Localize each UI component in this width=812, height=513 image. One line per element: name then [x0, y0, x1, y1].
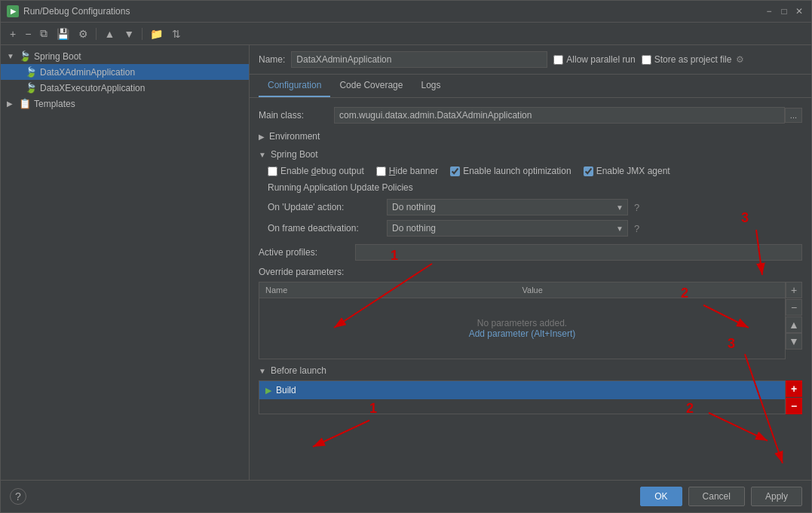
project-file-option: Store as project file ⚙ [642, 54, 745, 65]
enable-launch-option: Enable launch optimization [450, 166, 571, 176]
spring-boot-section-header[interactable]: ▼ Spring Boot [259, 149, 802, 160]
active-profiles-input[interactable] [355, 244, 802, 261]
enable-jmx-label: Enable JMX agent [596, 166, 670, 176]
add-param-button[interactable]: + [786, 282, 802, 298]
params-col-name: Name [265, 286, 522, 295]
params-table-header: Name Value [259, 282, 785, 298]
before-launch-label: Before launch [271, 365, 326, 376]
main-class-input[interactable] [334, 107, 785, 124]
update-policies: Running Application Update Policies On '… [259, 182, 802, 237]
spring-boot-section-arrow: ▼ [259, 151, 266, 159]
project-file-checkbox[interactable] [642, 55, 651, 65]
bottom-actions: OK Cancel Apply [640, 487, 802, 506]
param-down-button[interactable]: ▼ [786, 333, 802, 350]
apply-button[interactable]: Apply [751, 487, 802, 506]
parallel-run-checkbox[interactable] [553, 55, 563, 65]
name-label: Name: [259, 54, 285, 65]
spring-boot-icon: 🍃 [19, 50, 31, 62]
environment-section[interactable]: ▶ Environment [259, 131, 802, 142]
cancel-button[interactable]: Cancel [688, 487, 745, 506]
param-up-button[interactable]: ▲ [786, 316, 802, 333]
add-task-button[interactable]: + [786, 380, 802, 397]
on-frame-label: On frame deactivation: [268, 223, 381, 234]
main-class-browse-button[interactable]: ... [785, 108, 802, 123]
spring-boot-label: Spring Boot [34, 51, 81, 62]
minimize-button[interactable]: − [763, 5, 775, 17]
close-button[interactable]: ✕ [793, 5, 805, 17]
enable-debug-checkbox[interactable] [268, 166, 277, 176]
enable-debug-label: Enable debug output [280, 166, 364, 176]
datax-admin-label: DataXAdminApplication [40, 67, 135, 78]
window-icon: ▶ [7, 5, 19, 17]
on-update-select-wrapper: Do nothing Update classes and resources … [387, 199, 628, 215]
sidebar-item-templates[interactable]: ▶ 📋 Templates [1, 96, 249, 111]
spring-boot-options: Enable debug output Hide banner Enable l… [259, 166, 802, 176]
on-update-label: On 'Update' action: [268, 202, 381, 212]
params-col-value: Value [522, 286, 780, 295]
active-profiles-row: Active profiles: [259, 244, 802, 261]
project-file-settings-icon[interactable]: ⚙ [736, 54, 744, 65]
remove-param-button[interactable]: − [786, 299, 802, 316]
on-update-select[interactable]: Do nothing Update classes and resources … [387, 199, 628, 215]
window-title: Run/Debug Configurations [23, 6, 130, 17]
environment-arrow: ▶ [259, 133, 265, 141]
maximize-button[interactable]: □ [778, 5, 790, 17]
move-up-button[interactable]: ▲ [101, 26, 118, 41]
remove-task-button[interactable]: − [786, 398, 802, 414]
move-down-button[interactable]: ▼ [121, 26, 137, 41]
separator-1 [96, 28, 97, 40]
enable-jmx-checkbox[interactable] [584, 166, 593, 176]
update-policies-title: Running Application Update Policies [268, 182, 802, 193]
build-task-label: Build [276, 385, 296, 395]
params-table-body: No parameters added. Add parameter (Alt+… [259, 298, 785, 359]
enable-launch-checkbox[interactable] [450, 166, 460, 176]
add-param-link[interactable]: Add parameter (Alt+Insert) [469, 328, 576, 339]
on-frame-select[interactable]: Do nothing Update classes and resources … [387, 220, 628, 237]
override-label: Override parameters: [259, 267, 802, 277]
hide-banner-option: Hide banner [376, 166, 438, 176]
templates-label: Templates [34, 99, 75, 109]
enable-jmx-option: Enable JMX agent [584, 166, 670, 176]
ok-button[interactable]: OK [640, 487, 682, 506]
tab-code-coverage[interactable]: Code Coverage [330, 75, 412, 97]
remove-config-button[interactable]: − [22, 26, 34, 41]
spring-boot-section-label: Spring Boot [271, 149, 318, 160]
before-launch-arrow: ▼ [259, 367, 266, 375]
on-frame-row: On frame deactivation: Do nothing Update… [268, 220, 802, 237]
override-section: Override parameters: Name Value No param… [259, 267, 802, 359]
folder-button[interactable]: 📁 [147, 26, 166, 41]
no-params-text: No parameters added. [477, 318, 567, 328]
before-launch-header[interactable]: ▼ Before launch [259, 365, 802, 376]
build-task-row[interactable]: ▶ Build [259, 381, 785, 399]
help-button[interactable]: ? [10, 488, 26, 505]
on-frame-help-icon[interactable]: ? [634, 223, 639, 234]
bottom-bar: ? OK Cancel Apply [1, 480, 811, 512]
add-config-button[interactable]: + [7, 26, 19, 41]
sidebar: ▼ 🍃 Spring Boot 🍃 DataXAdminApplication … [1, 45, 250, 480]
on-update-row: On 'Update' action: Do nothing Update cl… [268, 199, 802, 215]
project-file-label: Store as project file [654, 54, 732, 65]
sort-button[interactable]: ⇅ [169, 26, 184, 41]
sidebar-item-datax-admin[interactable]: 🍃 DataXAdminApplication [1, 64, 249, 80]
main-class-label: Main class: [259, 110, 334, 121]
sidebar-item-spring-boot[interactable]: ▼ 🍃 Spring Boot [1, 48, 249, 64]
spring-boot-arrow: ▼ [7, 52, 19, 60]
tab-logs[interactable]: Logs [412, 75, 449, 97]
tab-configuration[interactable]: Configuration [259, 75, 330, 97]
hide-banner-checkbox[interactable] [376, 166, 386, 176]
save-config-button[interactable]: 💾 [54, 26, 72, 41]
parallel-run-option: Allow parallel run [553, 54, 635, 65]
on-update-help-icon[interactable]: ? [634, 202, 639, 213]
build-task-icon: ▶ [265, 386, 271, 395]
settings-button[interactable]: ⚙ [75, 26, 91, 41]
environment-label: Environment [269, 131, 320, 142]
config-name-input[interactable] [291, 51, 547, 68]
templates-icon: 📋 [19, 98, 31, 109]
active-profiles-label: Active profiles: [259, 247, 349, 258]
config-panel: Name: Allow parallel run Store as projec… [250, 45, 811, 480]
sidebar-item-datax-executor[interactable]: 🍃 DataXExecutorApplication [1, 80, 249, 96]
datax-admin-icon: 🍃 [25, 66, 37, 78]
copy-config-button[interactable]: ⧉ [37, 26, 51, 41]
datax-executor-icon: 🍃 [25, 82, 37, 93]
enable-debug-option: Enable debug output [268, 166, 364, 176]
